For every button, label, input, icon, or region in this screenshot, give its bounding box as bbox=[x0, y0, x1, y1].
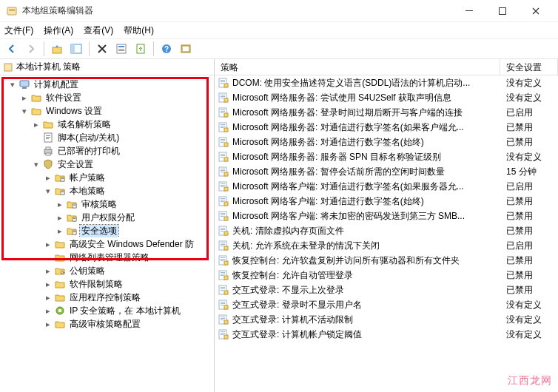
tree-node[interactable]: 网络列表管理器策略 bbox=[1, 251, 214, 264]
policy-name: DCOM: 使用安全描述符定义语言(SDDL)语法的计算机启动... bbox=[232, 77, 500, 89]
policy-icon bbox=[218, 269, 229, 281]
folder-s-icon bbox=[66, 212, 78, 223]
tree-node[interactable]: ▾计算机配置 bbox=[1, 78, 214, 91]
toggle-icon[interactable]: ▾ bbox=[19, 106, 30, 116]
tree-node[interactable]: ▸用户权限分配 bbox=[1, 211, 214, 224]
policy-row[interactable]: Microsoft 网络服务器: 暂停会话前所需的空闲时间数量15 分钟 bbox=[215, 164, 558, 179]
forward-button[interactable] bbox=[22, 41, 40, 57]
tree-node-label: 已部署的打印机 bbox=[56, 145, 121, 158]
tree-root-header[interactable]: 本地计算机 策略 bbox=[0, 59, 214, 75]
up-button[interactable] bbox=[48, 41, 66, 57]
tree-node[interactable]: ▸安全选项 bbox=[1, 224, 214, 237]
policy-row[interactable]: 交互式登录: 计算机不活动限制没有定义 bbox=[215, 312, 558, 327]
tree-node[interactable]: ▸应用程序控制策略 bbox=[1, 291, 214, 304]
toggle-icon[interactable]: ▸ bbox=[19, 92, 30, 103]
policy-value: 已禁用 bbox=[500, 195, 558, 208]
policy-row[interactable]: DCOM: 使用安全描述符定义语言(SDDL)语法的计算机启动...没有定义 bbox=[215, 75, 558, 90]
svg-rect-77 bbox=[221, 183, 225, 184]
tree-node[interactable]: ▸高级审核策略配置 bbox=[1, 317, 214, 331]
svg-rect-95 bbox=[224, 232, 228, 235]
delete-button[interactable] bbox=[93, 41, 111, 57]
tree-node-label: 帐户策略 bbox=[68, 172, 107, 184]
tree-node[interactable]: ▸域名解析策略 bbox=[1, 118, 214, 131]
policy-row[interactable]: Microsoft 网络客户端: 将未加密的密码发送到第三方 SMB...已禁用 bbox=[215, 209, 558, 223]
svg-rect-52 bbox=[221, 109, 225, 110]
export-button[interactable] bbox=[132, 41, 149, 57]
policy-row[interactable]: Microsoft 网络服务器: 对通信进行数字签名(如果客户端允...已禁用 bbox=[215, 120, 558, 135]
menu-help[interactable]: 帮助(H) bbox=[124, 24, 154, 37]
policy-row[interactable]: 关机: 允许系统在未登录的情况下关闭已启用 bbox=[215, 238, 558, 253]
tree-node[interactable]: ▸帐户策略 bbox=[1, 171, 214, 184]
col-setting[interactable]: 安全设置 bbox=[500, 59, 558, 75]
toggle-icon[interactable]: ▸ bbox=[43, 239, 53, 249]
policy-row[interactable]: 交互式登录: 计算机帐户锁定阈值没有定义 bbox=[215, 327, 558, 342]
tree-node[interactable]: 已部署的打印机 bbox=[1, 144, 214, 158]
tree-node[interactable]: ▾本地策略 bbox=[1, 184, 214, 197]
svg-rect-102 bbox=[221, 257, 225, 258]
col-policy[interactable]: 策略 bbox=[215, 59, 500, 75]
show-hide-tree-button[interactable] bbox=[67, 41, 85, 57]
policy-row[interactable]: 交互式登录: 登录时不显示用户名没有定义 bbox=[215, 297, 558, 312]
svg-rect-10 bbox=[118, 49, 124, 50]
policy-row[interactable]: 关机: 清除虚拟内存页面文件已禁用 bbox=[215, 223, 558, 238]
svg-rect-114 bbox=[221, 290, 223, 291]
tree-node[interactable]: ▸高级安全 Windows Defender 防 bbox=[1, 237, 214, 251]
policy-row[interactable]: Microsoft 网络服务器: 对通信进行数字签名(始终)已禁用 bbox=[215, 135, 558, 149]
tree-node[interactable]: ▾安全设置 bbox=[1, 158, 214, 171]
policy-icon bbox=[218, 284, 229, 296]
toggle-icon[interactable]: ▸ bbox=[43, 279, 53, 289]
menu-file[interactable]: 文件(F) bbox=[4, 24, 33, 37]
minimize-button[interactable] bbox=[452, 1, 485, 21]
toggle-icon[interactable]: ▸ bbox=[55, 199, 65, 209]
help-button[interactable]: ? bbox=[158, 41, 175, 57]
back-button[interactable] bbox=[3, 41, 21, 57]
tree-node-label: 高级审核策略配置 bbox=[68, 318, 142, 331]
policy-row[interactable]: Microsoft 网络服务器: 登录时间过期后断开与客户端的连接已启用 bbox=[215, 105, 558, 120]
folder-s-icon bbox=[54, 172, 66, 183]
svg-rect-105 bbox=[224, 261, 228, 265]
tree-node[interactable]: 脚本(启动/关机) bbox=[1, 131, 214, 144]
toggle-icon[interactable]: ▸ bbox=[43, 266, 53, 276]
tree-node[interactable]: ▸IP 安全策略，在 本地计算机 bbox=[1, 304, 214, 317]
tree-node[interactable]: ▸公钥策略 bbox=[1, 264, 214, 277]
toggle-icon[interactable]: ▾ bbox=[43, 186, 53, 196]
toggle-icon[interactable]: ▸ bbox=[43, 305, 53, 316]
toggle-icon[interactable]: ▸ bbox=[43, 319, 53, 329]
svg-rect-11 bbox=[118, 50, 124, 51]
svg-rect-7 bbox=[71, 44, 75, 53]
maximize-button[interactable] bbox=[485, 1, 519, 21]
policy-row[interactable]: Microsoft 网络服务器: 尝试使用 S4U2Self 获取声明信息没有定… bbox=[215, 90, 558, 105]
svg-rect-32 bbox=[73, 205, 75, 206]
toggle-icon[interactable]: ▸ bbox=[43, 292, 53, 303]
toggle-icon[interactable]: ▸ bbox=[55, 226, 65, 236]
svg-rect-2 bbox=[9, 10, 15, 11]
toggle-icon[interactable]: ▾ bbox=[31, 159, 41, 169]
tree-node[interactable]: ▸审核策略 bbox=[1, 197, 214, 211]
toggle-icon[interactable]: ▸ bbox=[43, 172, 53, 183]
policy-list[interactable]: DCOM: 使用安全描述符定义语言(SDDL)语法的计算机启动...没有定义Mi… bbox=[215, 75, 558, 392]
close-button[interactable] bbox=[519, 1, 552, 21]
policy-row[interactable]: Microsoft 网络客户端: 对通信进行数字签名(始终)已禁用 bbox=[215, 194, 558, 209]
toggle-icon[interactable]: ▸ bbox=[31, 119, 41, 129]
policy-row[interactable]: Microsoft 网络服务器: 服务器 SPN 目标名称验证级别没有定义 bbox=[215, 149, 558, 164]
menu-view[interactable]: 查看(V) bbox=[84, 24, 113, 37]
toolbar: ? bbox=[0, 38, 558, 59]
properties-button[interactable] bbox=[112, 41, 130, 57]
tree-pane[interactable]: 本地计算机 策略 ▾计算机配置▸软件设置▾Windows 设置▸域名解析策略脚本… bbox=[0, 59, 215, 392]
toggle-icon[interactable]: ▸ bbox=[55, 212, 65, 223]
policy-row[interactable]: 恢复控制台: 允许自动管理登录已禁用 bbox=[215, 268, 558, 283]
titlebar: 本地组策略编辑器 bbox=[0, 0, 558, 22]
svg-rect-49 bbox=[221, 98, 223, 98]
filter-button[interactable] bbox=[177, 41, 195, 57]
policy-value: 已禁用 bbox=[500, 254, 558, 267]
svg-rect-60 bbox=[224, 128, 228, 132]
policy-row[interactable]: Microsoft 网络客户端: 对通信进行数字签名(如果服务器允...已启用 bbox=[215, 179, 558, 194]
tree-node[interactable]: ▸软件限制策略 bbox=[1, 277, 214, 291]
policy-row[interactable]: 恢复控制台: 允许软盘复制并访问所有驱动器和所有文件夹已禁用 bbox=[215, 253, 558, 268]
tree-node[interactable]: ▾Windows 设置 bbox=[1, 104, 214, 118]
tree-node[interactable]: ▸软件设置 bbox=[1, 91, 214, 104]
svg-rect-113 bbox=[221, 288, 225, 289]
policy-row[interactable]: 交互式登录: 不显示上次登录已禁用 bbox=[215, 283, 558, 297]
menu-action[interactable]: 操作(A) bbox=[44, 24, 73, 37]
toggle-icon[interactable]: ▾ bbox=[7, 79, 18, 89]
